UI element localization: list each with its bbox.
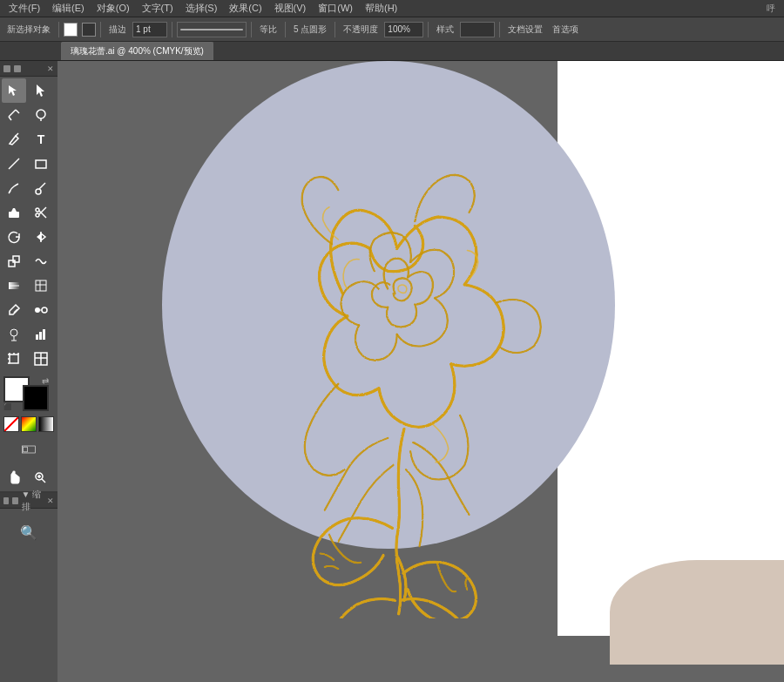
dash-pattern[interactable]: [177, 22, 247, 37]
points-label: 5 点圆形: [290, 22, 330, 37]
rotate-tool[interactable]: [2, 225, 26, 249]
color-swatch[interactable]: [21, 416, 37, 432]
svg-marker-1: [37, 84, 44, 97]
menu-type[interactable]: 文字(T): [137, 0, 179, 17]
extra-tools-row: [0, 436, 57, 463]
scissors-tool[interactable]: [29, 200, 53, 225]
menu-object[interactable]: 对象(O): [91, 0, 135, 17]
active-tab[interactable]: 璃瑰花蕾.ai @ 400% (CMYK/预览): [61, 42, 213, 60]
separator-6: [335, 22, 335, 37]
menu-file[interactable]: 文件(F): [3, 0, 45, 17]
svg-marker-20: [41, 233, 45, 240]
tool-label: 新选择对象: [3, 22, 54, 37]
svg-rect-37: [43, 329, 45, 340]
svg-rect-22: [13, 256, 19, 262]
menu-bar: 文件(F) 编辑(E) 对象(O) 文字(T) 选择(S) 效果(C) 视图(V…: [0, 0, 784, 17]
color-swatches: ⇄ ⬛: [3, 376, 49, 411]
zoom-tool[interactable]: [28, 465, 52, 490]
gradient-tool[interactable]: [2, 273, 26, 298]
svg-line-8: [9, 159, 19, 169]
type-tool[interactable]: T: [29, 127, 53, 152]
eraser-tool[interactable]: [2, 200, 26, 225]
stroke-color-box[interactable]: [64, 23, 78, 37]
ratio-label: 等比: [256, 22, 280, 37]
beige-curve-shape: [610, 560, 784, 665]
navigator-panel: ▼ 缩排 ✕ 🔍: [0, 491, 57, 557]
selection-tool[interactable]: [2, 78, 26, 103]
style-label: 样式: [433, 22, 457, 37]
background-color[interactable]: [23, 385, 49, 411]
panel-close[interactable]: ✕: [47, 64, 54, 73]
svg-marker-13: [11, 208, 17, 212]
svg-line-16: [39, 211, 46, 218]
svg-rect-36: [39, 332, 42, 340]
menu-select[interactable]: 选择(S): [180, 0, 223, 17]
symbol-tool[interactable]: [2, 322, 26, 347]
slice-tool[interactable]: [29, 347, 53, 371]
separator-3: [172, 22, 172, 37]
hand-tool[interactable]: [2, 465, 26, 490]
scale-tool[interactable]: [2, 249, 26, 273]
tools-grid: T: [0, 77, 57, 373]
navigator-zoom-icon[interactable]: 🔍: [20, 524, 37, 541]
separator-1: [58, 22, 59, 37]
separator-7: [428, 22, 429, 37]
tab-bar: 璃瑰花蕾.ai @ 400% (CMYK/预览): [0, 42, 784, 61]
svg-point-32: [10, 329, 17, 336]
menu-help[interactable]: 帮助(H): [360, 0, 402, 17]
panel-dot-2: [14, 65, 21, 72]
lasso-tool[interactable]: [29, 103, 53, 127]
menu-edit[interactable]: 编辑(E): [47, 0, 90, 17]
svg-rect-12: [9, 212, 19, 218]
svg-line-3: [9, 110, 16, 117]
zoom-value-input[interactable]: [384, 22, 423, 37]
menu-view[interactable]: 视图(V): [269, 0, 312, 17]
column-graph-tool[interactable]: [29, 322, 53, 347]
stroke-color-box2[interactable]: [82, 23, 96, 37]
navigator-close[interactable]: ✕: [47, 496, 54, 505]
screen-mode-tool[interactable]: [4, 437, 53, 462]
separator-2: [100, 22, 101, 37]
brush-tool[interactable]: [29, 176, 53, 200]
doc-settings[interactable]: 文档设置: [504, 22, 546, 37]
svg-line-10: [9, 191, 10, 193]
menu-window[interactable]: 窗口(W): [313, 0, 358, 17]
first-row[interactable]: 首选项: [549, 22, 582, 37]
nav-dot-2: [12, 497, 17, 504]
svg-rect-38: [10, 355, 18, 363]
magic-wand-tool[interactable]: [2, 103, 26, 127]
svg-point-29: [35, 307, 40, 313]
reflect-tool[interactable]: [29, 225, 53, 249]
app-icon: 呼: [761, 1, 781, 17]
mesh-tool[interactable]: [29, 273, 53, 298]
blend-tool[interactable]: [29, 298, 53, 322]
svg-rect-9: [36, 160, 46, 168]
artboard-tool[interactable]: [2, 347, 26, 371]
line-tool[interactable]: [2, 152, 26, 176]
direct-selection-tool[interactable]: [29, 78, 53, 103]
reset-colors-icon[interactable]: ⬛: [3, 403, 12, 411]
svg-rect-49: [24, 447, 28, 452]
svg-point-5: [37, 110, 45, 118]
pencil-tool[interactable]: [2, 176, 26, 200]
gradient-swatch[interactable]: [38, 416, 54, 432]
svg-rect-35: [36, 334, 38, 340]
canvas-area[interactable]: .rose-path { fill: none; stroke: #c8960c…: [57, 61, 784, 682]
transparency-label: 不透明度: [340, 22, 382, 37]
tools-panel-header: ✕: [0, 61, 57, 77]
shape-tool[interactable]: [29, 152, 53, 176]
stroke-width-input[interactable]: [132, 22, 167, 37]
navigator-header: ▼ 缩排 ✕: [0, 493, 57, 509]
stroke-label: 描边: [105, 22, 130, 37]
swap-colors-icon[interactable]: ⇄: [42, 376, 49, 386]
style-input[interactable]: [460, 22, 495, 37]
color-section: ⇄ ⬛: [0, 373, 57, 436]
svg-marker-0: [9, 85, 17, 96]
none-swatch[interactable]: [3, 416, 19, 432]
pen-tool[interactable]: [2, 127, 26, 152]
menu-effect[interactable]: 效果(C): [224, 0, 267, 17]
warp-tool[interactable]: [29, 249, 53, 273]
eyedropper-tool[interactable]: [2, 298, 26, 322]
toolbox: ✕ T: [0, 61, 57, 682]
svg-point-14: [36, 208, 39, 212]
